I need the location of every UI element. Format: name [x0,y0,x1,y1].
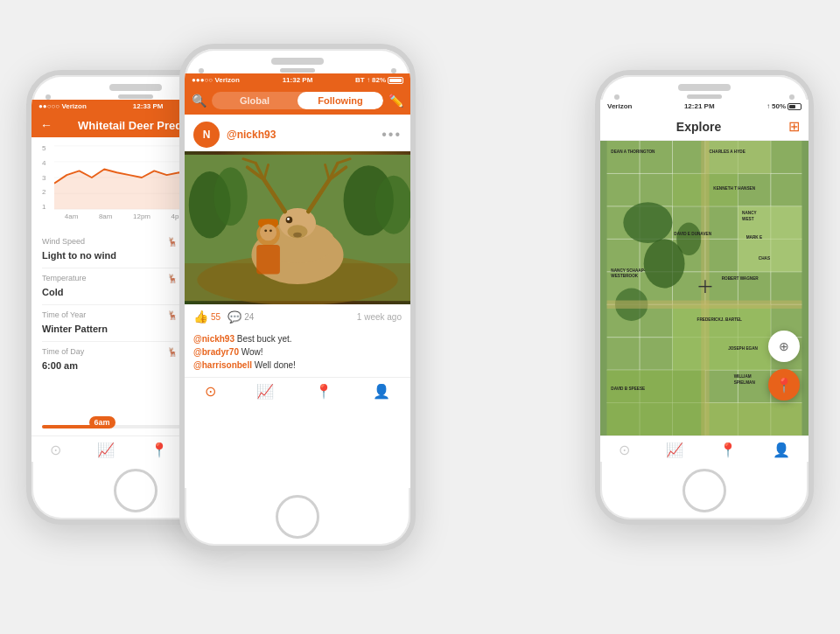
tab-following[interactable]: Following [298,92,383,109]
svg-rect-60 [672,304,770,370]
time-left: 12:33 PM [133,102,164,110]
nav-person-center[interactable]: 👤 [373,383,390,400]
phone-right-screen: Verizon 12:21 PM ↑ 50% Explore ⊞ [600,100,808,462]
location-pin-icon: 📍 [775,377,793,394]
svg-text:NANCY SCHAAP-: NANCY SCHAAP- [611,268,646,273]
comment-count: 24 [244,312,254,322]
svg-point-17 [293,233,302,238]
metric-season-value: Winter Pattern [42,324,108,334]
bottom-nav-right: ⊙ 📈 📍 👤 [600,435,808,462]
chart-y-axis: 1 2 3 4 5 [42,144,46,211]
like-icon: 👍 [193,310,208,324]
recenter-button[interactable]: ⊕ [768,331,800,362]
map-header: Explore ⊞ [600,113,808,141]
carrier-left: ●●○○○ Verizon [38,102,87,110]
map-title: Explore [609,120,788,134]
like-button[interactable]: 👍 55 [193,310,220,324]
status-bar-right: Verizon 12:21 PM ↑ 50% [600,100,808,113]
tab-global[interactable]: Global [212,92,298,109]
svg-text:DEAN A THORINGTON: DEAN A THORINGTON [611,150,655,154]
carrier-right: Verizon [607,102,632,110]
nav-pin-left[interactable]: 📍 [150,442,168,458]
comment-button[interactable]: 💬 24 [228,310,254,324]
svg-text:WESTBROOK: WESTBROOK [611,274,639,278]
metric-wind-label: Wind Speed [42,237,85,246]
svg-text:CHARLES A HYDE: CHARLES A HYDE [710,150,746,154]
nav-pin-center[interactable]: 📍 [315,383,332,400]
svg-rect-62 [705,403,802,435]
svg-text:ROBERT WAGNER: ROBERT WAGNER [722,276,760,281]
post-caption: @nickh93 Best buck yet. @bradyr70 Wow! @… [185,329,410,377]
post-actions: 👍 55 💬 24 1 week ago [185,304,410,329]
caption-user2[interactable]: @bradyr70 [193,347,239,357]
metric-temp-value: Cold [42,287,63,297]
map-area[interactable]: DEAN A THORINGTON CHARLES A HYDE KENNETH… [600,141,808,435]
svg-text:WILLIAM: WILLIAM [734,374,752,379]
caption-text3: Well done! [255,360,296,370]
svg-text:KENNETH T HANSEN: KENNETH T HANSEN [713,186,755,191]
svg-text:JOSEPH EGAN: JOSEPH EGAN [728,346,758,351]
time-right: 12:21 PM [684,102,715,110]
layers-button[interactable]: ⊞ [788,118,800,135]
svg-point-56 [676,223,701,255]
caption-text1: Best buck yet. [237,334,292,344]
svg-rect-61 [607,370,705,435]
caption-user1[interactable]: @nickh93 [193,334,234,344]
search-button[interactable]: 🔍 [192,94,206,108]
phone-center-screen: ●●●○○ Verizon 11:32 PM BT ↑ 82% 🔍 Global… [185,73,410,488]
post-timestamp: 1 week ago [357,312,402,322]
post-username[interactable]: @nickh93 [227,129,374,141]
battery-center: BT ↑ 82% [355,76,403,84]
recenter-icon: ⊕ [779,339,789,353]
metric-wind-value: Light to no wind [42,250,116,261]
comment-icon: 💬 [228,310,242,324]
nav-trending-right[interactable]: 📈 [666,442,683,458]
nav-pin-right[interactable]: 📍 [719,442,737,458]
speaker-right [687,94,722,99]
post-avatar: N [193,122,220,148]
svg-text:FREDERICKJ. BARTEL: FREDERICKJ. BARTEL [697,317,743,322]
caption-text2: Wow! [242,347,263,357]
feed-tabs: Global Following [212,92,383,109]
svg-text:DAVID B SPEESE: DAVID B SPEESE [611,387,645,392]
post-header: N @nickh93 ••• [185,115,410,151]
compose-button[interactable]: ✏️ [388,94,403,108]
metric-timeofday-label: Time of Day [42,347,84,356]
time-bubble: 6am [89,416,116,428]
svg-rect-57 [705,141,771,173]
svg-point-36 [260,224,276,240]
post-more-menu[interactable]: ••• [382,127,402,143]
svg-point-37 [264,229,267,232]
time-center: 11:32 PM [283,76,313,84]
search-tab-bar: 🔍 Global Following ✏️ [185,87,410,115]
nav-camera-right[interactable]: ⊙ [619,442,630,458]
deer-photo [185,151,410,304]
phone-right: Verizon 12:21 PM ↑ 50% Explore ⊞ [595,70,814,525]
svg-point-19 [287,218,290,220]
caption-user3[interactable]: @harrisonbell [193,360,252,370]
back-button-left[interactable]: ← [40,118,52,132]
location-pin-button[interactable]: 📍 [768,369,800,401]
metric-temp-label: Temperature [42,274,87,282]
speaker-center [280,68,315,73]
nav-camera-center[interactable]: ⊙ [205,383,216,400]
nav-person-right[interactable]: 👤 [773,442,790,458]
svg-point-38 [270,229,272,232]
status-bar-center: ●●●○○ Verizon 11:32 PM BT ↑ 82% [185,73,410,87]
svg-text:WEST: WEST [742,217,754,221]
carrier-center: ●●●○○ Verizon [192,76,240,84]
phone-center: ●●●○○ Verizon 11:32 PM BT ↑ 82% 🔍 Global… [179,44,416,551]
nav-trending-left[interactable]: 📈 [97,442,115,458]
battery-right: ↑ 50% [766,102,802,110]
nav-trending-center[interactable]: 📈 [256,383,274,400]
post-image [185,151,410,304]
svg-text:SPIELMAN: SPIELMAN [734,380,756,385]
svg-point-53 [623,202,672,243]
svg-text:DAVID E DUNAVEN: DAVID E DUNAVEN [674,232,711,236]
svg-text:MARK E: MARK E [746,235,762,240]
nav-camera-left[interactable]: ⊙ [50,442,61,458]
svg-rect-33 [256,245,280,274]
svg-text:CHAS: CHAS [759,256,770,261]
like-count: 55 [211,312,220,322]
metric-season-label: Time of Year [42,310,86,319]
